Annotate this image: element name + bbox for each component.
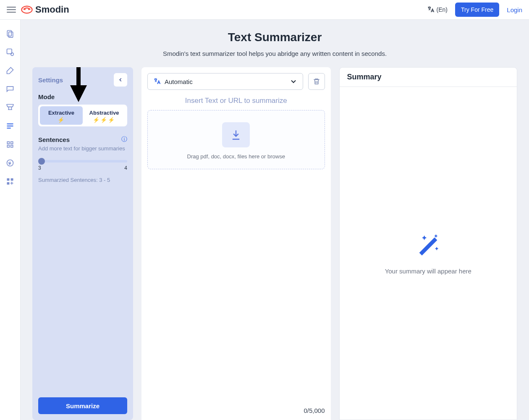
svg-rect-4 (9, 32, 13, 37)
svg-point-0 (21, 6, 32, 13)
chevron-down-icon (289, 77, 298, 86)
sentences-hint: Add more text for bigger summaries (38, 145, 127, 152)
mode-label: Mode (38, 93, 127, 100)
mode-abstractive[interactable]: Abstractive ⚡⚡⚡ (83, 106, 126, 125)
rail-icon-2[interactable] (5, 47, 15, 57)
menu-button[interactable] (7, 5, 16, 14)
bolt-icon: ⚡⚡⚡ (84, 117, 124, 123)
svg-rect-11 (7, 178, 10, 181)
clear-input-button[interactable] (308, 73, 325, 90)
settings-title: Settings (38, 76, 63, 84)
input-language-dropdown[interactable]: Automatic (147, 73, 303, 90)
svg-rect-13 (7, 182, 10, 185)
rail-icon-8[interactable] (5, 158, 15, 168)
smodin-icon (21, 5, 33, 14)
sentences-label: Sentences (38, 136, 70, 143)
input-language-value: Automatic (165, 78, 286, 85)
rail-icon-4[interactable] (5, 84, 15, 94)
char-counter: 0/5,000 (147, 404, 325, 414)
login-link[interactable]: Login (507, 6, 522, 13)
page-title: Text Summarizer (32, 31, 517, 44)
sentences-slider[interactable]: 3 4 (38, 160, 127, 171)
summary-sentence-count: Summarzied Sentences: 3 - 5 (38, 177, 127, 183)
rail-icon-7[interactable] (5, 140, 15, 149)
svg-point-2 (28, 9, 30, 10)
dropzone-text: Drag pdf, doc, docx, files here or brows… (152, 153, 320, 160)
translate-icon (427, 5, 435, 14)
brand-logo[interactable]: Smodin (21, 4, 69, 15)
svg-point-6 (11, 53, 14, 56)
svg-rect-3 (7, 31, 11, 36)
translate-icon (153, 77, 161, 86)
slider-min: 3 (38, 165, 41, 171)
magic-wand-icon (416, 232, 441, 257)
rail-icon-9[interactable] (5, 177, 15, 186)
rail-icon-5[interactable] (5, 103, 15, 112)
settings-panel: Settings Mode Extractive ⚡ Abstractive ⚡… (32, 67, 133, 420)
brand-text: Smodin (35, 4, 69, 15)
summary-title: Summary (340, 68, 517, 87)
summarize-button[interactable]: Summarize (38, 397, 127, 414)
svg-point-1 (24, 9, 26, 10)
slider-thumb[interactable] (38, 158, 45, 165)
left-tool-rail (0, 20, 21, 420)
language-label: (En) (437, 6, 448, 13)
trash-icon (313, 78, 320, 85)
input-placeholder-title: Insert Text or URL to summarize (147, 97, 325, 105)
page-subtitle: Smodin's text summarizer tool helps you … (32, 50, 517, 57)
rail-icon-summarizer[interactable] (5, 121, 15, 131)
collapse-settings-button[interactable] (114, 73, 127, 87)
rail-icon-3[interactable] (5, 66, 15, 75)
mode-toggle: Extractive ⚡ Abstractive ⚡⚡⚡ (38, 105, 127, 126)
summary-panel: Summary Your summary will appear here (339, 67, 518, 420)
chevron-left-icon (118, 77, 123, 83)
file-dropzone[interactable]: Drag pdf, doc, docx, files here or brows… (147, 110, 325, 169)
rail-icon-1[interactable] (5, 29, 15, 38)
bolt-icon: ⚡ (42, 117, 81, 123)
input-panel: Automatic Insert Text or URL to summariz… (141, 67, 331, 420)
language-selector[interactable]: (En) (427, 5, 448, 14)
mode-extractive[interactable]: Extractive ⚡ (40, 106, 83, 125)
svg-rect-12 (11, 178, 13, 181)
try-free-button[interactable]: Try For Free (455, 3, 499, 17)
info-icon[interactable]: ⓘ (121, 136, 127, 143)
summary-empty-text: Your summary will appear here (385, 268, 471, 275)
download-icon (222, 122, 250, 147)
slider-max: 4 (124, 165, 127, 171)
